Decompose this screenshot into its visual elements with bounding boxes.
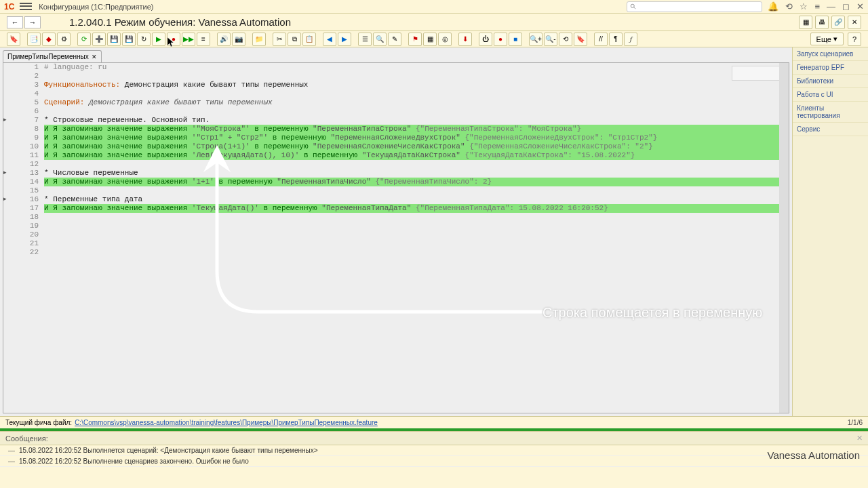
reload-green-icon[interactable]: ⟳: [77, 33, 91, 46]
messages-panel: —15.08.2022 16:20:52 Выполняется сценари…: [0, 445, 868, 467]
settings-icon[interactable]: ≡: [814, 1, 820, 12]
stop-blue-icon[interactable]: ■: [509, 33, 522, 46]
messages-title: Сообщения:: [5, 434, 48, 443]
diamond-red-icon[interactable]: ◆: [42, 33, 56, 46]
down-red-icon[interactable]: ⬇: [458, 33, 472, 46]
svg-point-0: [631, 4, 635, 7]
bookmark-down-icon[interactable]: 🔖: [574, 33, 587, 46]
close-icon[interactable]: ✕: [856, 1, 864, 12]
title-bar: 1C Конфигурация (1С:Предприятие) 🔔 ⟲ ☆ ≡…: [0, 0, 868, 14]
record-icon[interactable]: ●: [494, 33, 507, 46]
editor-area: ПримерТипыПеременных ✕ ▸ ▸ ▸ 12345678910…: [0, 47, 792, 416]
nav-bar: ← → 1.2.040.1 Режим обучения: Vanessa Au…: [0, 14, 868, 31]
play-icon[interactable]: ▶: [152, 33, 165, 46]
code-editor[interactable]: ▸ ▸ ▸ 1234567891011121314151617181920212…: [3, 62, 789, 413]
flag-red-icon[interactable]: ⚑: [408, 33, 422, 46]
star-icon[interactable]: ☆: [800, 1, 808, 12]
sidebar-item[interactable]: Сервис: [793, 123, 868, 136]
fold-arrow-icon[interactable]: ▸: [3, 116, 7, 123]
sidebar-item[interactable]: Запуск сценариев: [793, 47, 868, 61]
print-icon[interactable]: 🖶: [815, 16, 829, 29]
main-toolbar: 🔖 📑 ◆ ⚙ ⟳ ➕ 💾 💾 ↻ ▶ ● ▶▶ ≡ 🔊 📷 📁 ✂ ⧉ 📋 ◀…: [0, 31, 868, 47]
cut-icon[interactable]: ✂: [273, 33, 286, 46]
bell-icon[interactable]: 🔔: [768, 1, 778, 12]
window-title: Конфигурация (1С:Предприятие): [39, 3, 627, 11]
gear-icon[interactable]: ⚙: [57, 33, 71, 46]
minimap[interactable]: [732, 66, 786, 81]
feature-path-link[interactable]: C:\Commons\vsp\vanessa-automation\traini…: [75, 419, 378, 426]
footer-brand: Vanessa Automation: [768, 449, 860, 461]
status-pager: 1/1/6: [848, 419, 863, 426]
comment-icon[interactable]: //: [594, 33, 608, 46]
zoom-in-icon[interactable]: 🔍+: [529, 33, 542, 46]
right-sidebar: Запуск сценариевГенератор EPFБиблиотекиР…: [792, 47, 868, 416]
panel-close-icon[interactable]: ✕: [848, 16, 861, 29]
target-icon[interactable]: ◎: [438, 33, 452, 46]
refresh-icon[interactable]: ↻: [137, 33, 151, 46]
camera-icon[interactable]: 📷: [232, 33, 245, 46]
sync-icon[interactable]: ⟲: [559, 33, 572, 46]
page-title: 1.2.040.1 Режим обучения: Vanessa Automa…: [69, 16, 291, 28]
messages-header: Сообщения: ✕: [0, 431, 868, 445]
list-icon[interactable]: ☰: [358, 33, 372, 46]
messages-close-icon[interactable]: ✕: [856, 434, 863, 443]
help-button[interactable]: ?: [848, 33, 861, 46]
line-numbers: 12345678910111213141516171819202122: [16, 63, 43, 257]
save-all-icon[interactable]: 💾: [122, 33, 136, 46]
tab-label: ПримерТипыПеременных: [7, 53, 89, 60]
forward-button[interactable]: →: [24, 16, 41, 28]
paragraph-icon[interactable]: ¶: [609, 33, 623, 46]
copy-icon[interactable]: ⧉: [288, 33, 301, 46]
message-row: —15.08.2022 16:20:52 Выполняется сценари…: [0, 445, 868, 456]
status-label: Текущий фича файл:: [5, 419, 72, 426]
stop-red-icon[interactable]: ●: [167, 33, 180, 46]
bookmark-icon[interactable]: 📑: [27, 33, 41, 46]
folder-icon[interactable]: 📁: [252, 33, 266, 46]
editor-tab[interactable]: ПримерТипыПеременных ✕: [3, 50, 102, 62]
save-icon[interactable]: 💾: [107, 33, 121, 46]
grid-icon[interactable]: ▦: [423, 33, 437, 46]
fastforward-icon[interactable]: ▶▶: [182, 33, 195, 46]
hamburger-icon[interactable]: [20, 2, 32, 12]
find-icon[interactable]: 🔍: [373, 33, 387, 46]
window-controls: 🔔 ⟲ ☆ ≡ — ◻ ✕: [768, 1, 864, 12]
svg-line-1: [634, 7, 636, 9]
add-icon[interactable]: ➕: [92, 33, 106, 46]
editor-tabs: ПримерТипыПеременных ✕: [3, 50, 789, 62]
history-icon[interactable]: ⟲: [785, 1, 793, 12]
app-logo: 1C: [4, 2, 14, 12]
maximize-icon[interactable]: ◻: [842, 1, 850, 12]
sidebar-item[interactable]: Клиенты тестирования: [793, 102, 868, 123]
fold-gutter: ▸ ▸ ▸: [3, 63, 14, 413]
tag-icon[interactable]: 🔖: [7, 33, 20, 46]
layout-icon[interactable]: ▦: [799, 16, 812, 29]
paste-icon[interactable]: 📋: [302, 33, 316, 46]
scrollbar-vertical[interactable]: [779, 63, 789, 413]
sidebar-item[interactable]: Библиотеки: [793, 75, 868, 88]
sound-icon[interactable]: 🔊: [217, 33, 231, 46]
step-icon[interactable]: ≡: [197, 33, 210, 46]
prev-diff-icon[interactable]: ◀: [323, 33, 336, 46]
back-button[interactable]: ←: [7, 16, 23, 28]
edit-icon[interactable]: ✎: [388, 33, 401, 46]
more-button[interactable]: Еще ▾: [810, 33, 844, 45]
search-icon: [630, 3, 637, 10]
status-bar: Текущий фича файл: C:\Commons\vsp\vaness…: [0, 416, 868, 428]
code-content: # language: ru Функциональность: Демонст…: [44, 63, 786, 257]
search-input[interactable]: [627, 1, 762, 12]
fold-arrow-icon[interactable]: ▸: [3, 169, 7, 176]
message-row: —15.08.2022 16:20:52 Выполнение сценарие…: [0, 456, 868, 467]
zoom-out-icon[interactable]: 🔍-: [544, 33, 557, 46]
link-icon[interactable]: 🔗: [831, 16, 845, 29]
power-icon[interactable]: ⏻: [479, 33, 492, 46]
next-diff-icon[interactable]: ▶: [338, 33, 351, 46]
sidebar-item[interactable]: Генератор EPF: [793, 61, 868, 75]
fold-arrow-icon[interactable]: ▸: [3, 195, 7, 202]
main-area: ПримерТипыПеременных ✕ ▸ ▸ ▸ 12345678910…: [0, 47, 868, 416]
format-icon[interactable]: 𝑓: [624, 33, 637, 46]
tab-close-icon[interactable]: ✕: [92, 54, 97, 60]
minimize-icon[interactable]: —: [827, 1, 835, 12]
sidebar-item[interactable]: Работа с UI: [793, 88, 868, 102]
